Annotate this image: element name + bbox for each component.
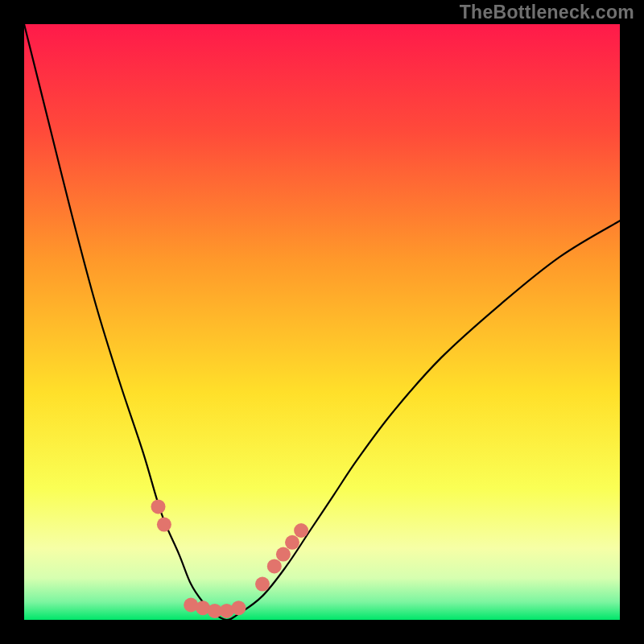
right-shoulder-marker [267, 559, 282, 573]
valley-marker [231, 601, 246, 615]
gradient-background [24, 24, 620, 620]
left-shoulder-marker [157, 518, 171, 532]
watermark-text: TheBottleneck.com [460, 2, 634, 23]
right-shoulder-marker [294, 523, 308, 538]
bottleneck-chart-svg [24, 24, 620, 620]
chart-frame: TheBottleneck.com [0, 0, 644, 644]
left-shoulder-marker [151, 499, 166, 514]
right-shoulder-marker [276, 547, 291, 562]
right-shoulder-marker [255, 577, 270, 592]
plot-area [24, 24, 620, 620]
right-shoulder-marker [285, 535, 299, 550]
